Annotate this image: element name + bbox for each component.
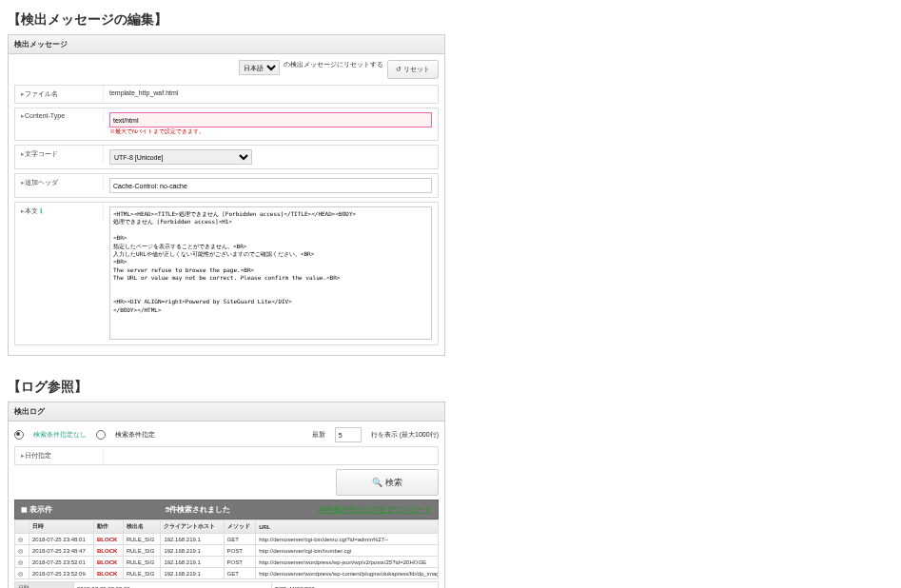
- col-method[interactable]: メソッド: [224, 520, 256, 534]
- radio-filter[interactable]: [96, 430, 106, 440]
- table-row[interactable]: ◎2018-07-25 23:52:01BLOCKRULE_SIG192.168…: [15, 557, 439, 568]
- list-panel: 表示件: [29, 505, 52, 514]
- log-table: 日時 動作 検出名 クライアントホスト メソッド URL ◎2018-07-25…: [14, 519, 439, 579]
- dk-date: 日時: [15, 582, 74, 589]
- lang-suffix: の検出メッセージにリセットする: [284, 60, 383, 79]
- q1-title: 【検出メッセージの編集】: [8, 11, 445, 29]
- col-rule[interactable]: 検出名: [123, 520, 161, 534]
- k-datefilter: 日付指定: [15, 447, 104, 464]
- info-icon: ℹ: [40, 207, 43, 214]
- radio-nofilter[interactable]: [14, 430, 24, 440]
- label-nofilter: 検索条件指定なし: [33, 430, 87, 440]
- ctype-input[interactable]: [109, 112, 432, 127]
- col-client[interactable]: クライアントホスト: [161, 520, 224, 534]
- col-act[interactable]: 動作: [93, 520, 123, 534]
- table-row[interactable]: ◎2018-07-25 23:48:47BLOCKRULE_SIG192.168…: [15, 545, 439, 557]
- col-url[interactable]: URL: [256, 520, 439, 534]
- v-file: template_http_waf.html: [109, 89, 178, 96]
- reset-button[interactable]: ↺ リセット: [387, 60, 439, 79]
- k-charset: 文字コード: [15, 146, 104, 163]
- charset-select[interactable]: UTF-8 [Unicode]: [109, 149, 252, 165]
- latest-b: 行を表示 (最大1000行): [371, 430, 439, 440]
- count-msg: 5件検索されました: [78, 504, 318, 515]
- body-textarea[interactable]: <HTML><HEAD><TITLE>処理できません [Forbidden ac…: [109, 206, 432, 340]
- col-date[interactable]: 日時: [29, 520, 94, 534]
- latest-a: 最新: [312, 430, 325, 440]
- k-ctype: Content-Type: [15, 108, 104, 124]
- k-body: 本文 ℹ: [15, 203, 104, 220]
- table-row[interactable]: ◎2018-07-25 23:48:01BLOCKRULE_SIG192.168…: [15, 534, 439, 545]
- k-header: 追加ヘッダ: [15, 174, 104, 191]
- search-icon: [372, 478, 382, 487]
- header-input[interactable]: [109, 178, 432, 193]
- search-button[interactable]: 検索: [336, 469, 439, 496]
- dl-link[interactable]: 本件表示中のログをダウンロード: [318, 504, 432, 515]
- latest-n[interactable]: [335, 427, 362, 442]
- lang-select[interactable]: 日本語: [239, 60, 280, 75]
- q1-panel: 検出メッセージ: [8, 34, 445, 54]
- table-row[interactable]: ◎2018-07-25 23:52:09BLOCKRULE_SIG192.168…: [15, 568, 439, 579]
- q2-panel: 検出ログ: [8, 402, 445, 421]
- ctype-note: ※最大でNバイトまで設定できます。: [109, 127, 432, 136]
- label-filter: 検索条件指定: [115, 430, 155, 440]
- q2-title: 【ログ参照】: [8, 379, 445, 396]
- k-file: ファイル名: [15, 86, 104, 103]
